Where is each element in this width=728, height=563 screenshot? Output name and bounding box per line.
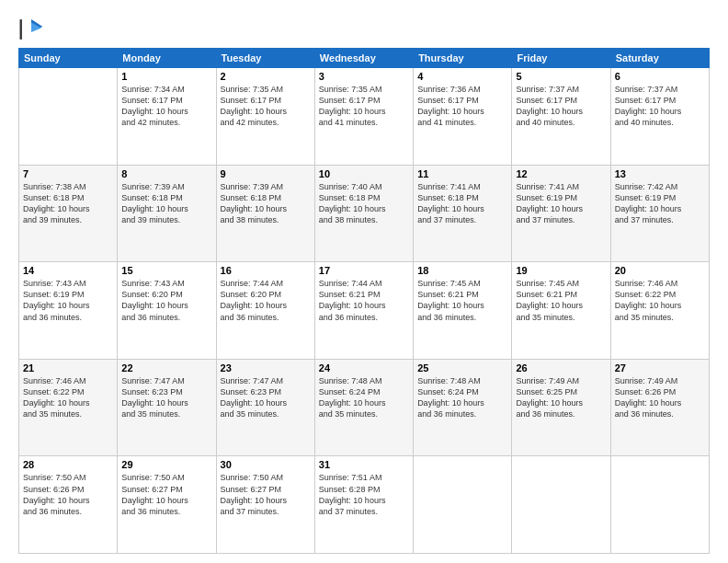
day-cell: 4Sunrise: 7:36 AM Sunset: 6:17 PM Daylig… <box>414 68 512 166</box>
day-info: Sunrise: 7:46 AM Sunset: 6:22 PM Dayligh… <box>615 278 705 323</box>
day-info: Sunrise: 7:46 AM Sunset: 6:22 PM Dayligh… <box>23 375 113 420</box>
day-header: Monday <box>118 49 216 68</box>
day-header: Friday <box>512 49 610 68</box>
day-cell: 3Sunrise: 7:35 AM Sunset: 6:17 PM Daylig… <box>314 68 413 166</box>
day-header: Tuesday <box>216 49 314 68</box>
day-cell: 25Sunrise: 7:48 AM Sunset: 6:24 PM Dayli… <box>414 359 512 456</box>
day-cell: 14Sunrise: 7:43 AM Sunset: 6:19 PM Dayli… <box>19 262 118 360</box>
day-number: 14 <box>23 265 113 276</box>
week-row: 7Sunrise: 7:38 AM Sunset: 6:18 PM Daylig… <box>19 165 710 262</box>
day-info: Sunrise: 7:47 AM Sunset: 6:23 PM Dayligh… <box>221 375 311 420</box>
day-number: 22 <box>121 362 211 373</box>
day-number: 10 <box>319 168 409 179</box>
day-cell: 2Sunrise: 7:35 AM Sunset: 6:17 PM Daylig… <box>216 68 314 166</box>
day-number: 27 <box>615 362 705 373</box>
day-cell: 8Sunrise: 7:39 AM Sunset: 6:18 PM Daylig… <box>118 165 216 262</box>
day-header: Wednesday <box>314 49 413 68</box>
day-number: 15 <box>121 265 211 276</box>
day-number: 18 <box>417 265 507 276</box>
day-number: 12 <box>516 168 606 179</box>
day-info: Sunrise: 7:35 AM Sunset: 6:17 PM Dayligh… <box>319 84 409 129</box>
day-info: Sunrise: 7:50 AM Sunset: 6:26 PM Dayligh… <box>23 472 113 517</box>
day-info: Sunrise: 7:50 AM Sunset: 6:27 PM Dayligh… <box>121 472 211 517</box>
day-cell <box>610 456 709 554</box>
day-number: 5 <box>516 71 606 82</box>
day-info: Sunrise: 7:44 AM Sunset: 6:21 PM Dayligh… <box>319 278 409 323</box>
day-header: Thursday <box>414 49 512 68</box>
day-cell: 27Sunrise: 7:49 AM Sunset: 6:26 PM Dayli… <box>610 359 709 456</box>
day-info: Sunrise: 7:45 AM Sunset: 6:21 PM Dayligh… <box>417 278 507 323</box>
day-info: Sunrise: 7:37 AM Sunset: 6:17 PM Dayligh… <box>615 84 705 129</box>
day-cell: 29Sunrise: 7:50 AM Sunset: 6:27 PM Dayli… <box>118 456 216 554</box>
day-cell: 18Sunrise: 7:45 AM Sunset: 6:21 PM Dayli… <box>414 262 512 360</box>
day-info: Sunrise: 7:43 AM Sunset: 6:19 PM Dayligh… <box>23 278 113 323</box>
day-cell: 23Sunrise: 7:47 AM Sunset: 6:23 PM Dayli… <box>216 359 314 456</box>
week-row: 1Sunrise: 7:34 AM Sunset: 6:17 PM Daylig… <box>19 68 710 166</box>
day-cell: 6Sunrise: 7:37 AM Sunset: 6:17 PM Daylig… <box>610 68 709 166</box>
day-number: 7 <box>23 168 113 179</box>
day-info: Sunrise: 7:45 AM Sunset: 6:21 PM Dayligh… <box>516 278 606 323</box>
day-cell: 19Sunrise: 7:45 AM Sunset: 6:21 PM Dayli… <box>512 262 610 360</box>
day-cell: 13Sunrise: 7:42 AM Sunset: 6:19 PM Dayli… <box>610 165 709 262</box>
day-number: 1 <box>121 71 211 82</box>
day-cell: 24Sunrise: 7:48 AM Sunset: 6:24 PM Dayli… <box>314 359 413 456</box>
day-number: 31 <box>319 459 409 470</box>
day-number: 25 <box>417 362 507 373</box>
day-cell: 5Sunrise: 7:37 AM Sunset: 6:17 PM Daylig… <box>512 68 610 166</box>
day-number: 23 <box>221 362 311 373</box>
day-cell: 21Sunrise: 7:46 AM Sunset: 6:22 PM Dayli… <box>19 359 118 456</box>
day-info: Sunrise: 7:47 AM Sunset: 6:23 PM Dayligh… <box>121 375 211 420</box>
week-row: 21Sunrise: 7:46 AM Sunset: 6:22 PM Dayli… <box>19 359 710 456</box>
day-number: 6 <box>615 71 705 82</box>
week-row: 28Sunrise: 7:50 AM Sunset: 6:26 PM Dayli… <box>19 456 710 554</box>
day-number: 30 <box>221 459 311 470</box>
day-cell: 17Sunrise: 7:44 AM Sunset: 6:21 PM Dayli… <box>314 262 413 360</box>
day-number: 8 <box>121 168 211 179</box>
day-cell: 16Sunrise: 7:44 AM Sunset: 6:20 PM Dayli… <box>216 262 314 360</box>
day-info: Sunrise: 7:49 AM Sunset: 6:26 PM Dayligh… <box>615 375 705 420</box>
day-info: Sunrise: 7:50 AM Sunset: 6:27 PM Dayligh… <box>221 472 311 517</box>
day-info: Sunrise: 7:51 AM Sunset: 6:28 PM Dayligh… <box>319 472 409 517</box>
day-info: Sunrise: 7:39 AM Sunset: 6:18 PM Dayligh… <box>121 181 211 226</box>
day-number: 19 <box>516 265 606 276</box>
day-cell <box>414 456 512 554</box>
day-info: Sunrise: 7:37 AM Sunset: 6:17 PM Dayligh… <box>516 84 606 129</box>
day-number: 17 <box>319 265 409 276</box>
day-number: 3 <box>319 71 409 82</box>
header <box>18 17 710 42</box>
logo <box>18 17 48 42</box>
day-number: 2 <box>221 71 311 82</box>
day-cell: 20Sunrise: 7:46 AM Sunset: 6:22 PM Dayli… <box>610 262 709 360</box>
day-info: Sunrise: 7:39 AM Sunset: 6:18 PM Dayligh… <box>221 181 311 226</box>
day-number: 26 <box>516 362 606 373</box>
day-number: 28 <box>23 459 113 470</box>
day-cell: 15Sunrise: 7:43 AM Sunset: 6:20 PM Dayli… <box>118 262 216 360</box>
day-cell: 31Sunrise: 7:51 AM Sunset: 6:28 PM Dayli… <box>314 456 413 554</box>
day-cell <box>512 456 610 554</box>
day-info: Sunrise: 7:42 AM Sunset: 6:19 PM Dayligh… <box>615 181 705 226</box>
day-info: Sunrise: 7:38 AM Sunset: 6:18 PM Dayligh… <box>23 181 113 226</box>
day-info: Sunrise: 7:34 AM Sunset: 6:17 PM Dayligh… <box>121 84 211 129</box>
svg-rect-3 <box>20 19 22 40</box>
day-number: 13 <box>615 168 705 179</box>
day-info: Sunrise: 7:48 AM Sunset: 6:24 PM Dayligh… <box>319 375 409 420</box>
day-cell: 28Sunrise: 7:50 AM Sunset: 6:26 PM Dayli… <box>19 456 118 554</box>
day-info: Sunrise: 7:35 AM Sunset: 6:17 PM Dayligh… <box>221 84 311 129</box>
day-info: Sunrise: 7:49 AM Sunset: 6:25 PM Dayligh… <box>516 375 606 420</box>
logo-icon <box>18 17 44 42</box>
day-cell: 12Sunrise: 7:41 AM Sunset: 6:19 PM Dayli… <box>512 165 610 262</box>
day-cell: 7Sunrise: 7:38 AM Sunset: 6:18 PM Daylig… <box>19 165 118 262</box>
day-cell: 30Sunrise: 7:50 AM Sunset: 6:27 PM Dayli… <box>216 456 314 554</box>
day-number: 4 <box>417 71 507 82</box>
day-number: 24 <box>319 362 409 373</box>
day-info: Sunrise: 7:41 AM Sunset: 6:18 PM Dayligh… <box>417 181 507 226</box>
day-info: Sunrise: 7:43 AM Sunset: 6:20 PM Dayligh… <box>121 278 211 323</box>
day-info: Sunrise: 7:44 AM Sunset: 6:20 PM Dayligh… <box>221 278 311 323</box>
day-header: Sunday <box>19 49 118 68</box>
day-cell: 10Sunrise: 7:40 AM Sunset: 6:18 PM Dayli… <box>314 165 413 262</box>
day-cell: 11Sunrise: 7:41 AM Sunset: 6:18 PM Dayli… <box>414 165 512 262</box>
day-number: 21 <box>23 362 113 373</box>
day-number: 16 <box>221 265 311 276</box>
day-cell: 26Sunrise: 7:49 AM Sunset: 6:25 PM Dayli… <box>512 359 610 456</box>
day-cell: 22Sunrise: 7:47 AM Sunset: 6:23 PM Dayli… <box>118 359 216 456</box>
